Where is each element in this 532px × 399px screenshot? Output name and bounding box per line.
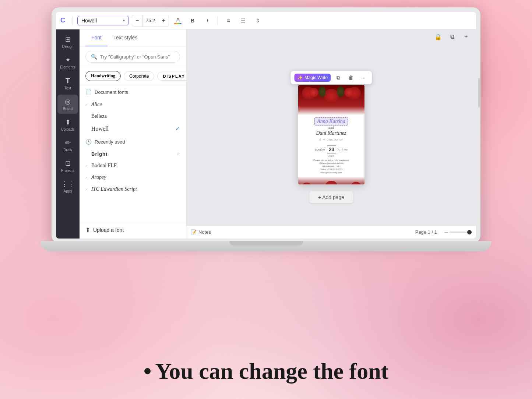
sidebar-item-apps[interactable]: ⋮⋮ Apps (57, 177, 78, 196)
sidebar-item-text[interactable]: T Text (57, 74, 78, 93)
elements-icon: ✦ (65, 56, 71, 64)
zoom-slider[interactable] (450, 232, 472, 233)
brand-logo: C (60, 17, 65, 24)
tab-font[interactable]: Font (85, 29, 108, 46)
context-copy-button[interactable]: ⧉ (334, 73, 343, 82)
sidebar-item-uploads[interactable]: ⬆ Uploads (57, 115, 78, 134)
duplicate-icon[interactable]: ⧉ (447, 31, 458, 42)
context-delete-button[interactable]: 🗑 (346, 73, 356, 82)
brand-icon: ◎ (65, 98, 71, 106)
zoom-thumb (467, 230, 472, 234)
filter-chip-corporate[interactable]: Corporate (124, 71, 154, 81)
font-filter-row: Handwriting Corporate DISPLAY › (80, 67, 186, 85)
canvas-toolbar-top: 🔒 ⧉ + (186, 29, 476, 44)
font-name-bright: Bright (91, 151, 175, 157)
font-selector[interactable]: Howell ▾ (77, 16, 129, 25)
font-size-minus-button[interactable]: − (132, 15, 142, 26)
tab-text-styles[interactable]: Text styles (108, 29, 143, 46)
font-item-arapey[interactable]: › Arapey (80, 172, 186, 183)
card-rose-bottom (298, 176, 364, 184)
notes-label: Notes (198, 229, 211, 235)
draw-icon: ✏ (65, 139, 71, 147)
left-sidebar: ⊞ Design ✦ Elements T Text ◎ Brand (56, 29, 80, 239)
color-a-label: A (176, 17, 180, 22)
sidebar-item-draw[interactable]: ✏ Draw (57, 136, 78, 155)
font-name-alice: Alice (91, 102, 180, 107)
apps-icon: ⋮⋮ (61, 180, 74, 188)
magic-write-button[interactable]: ✨ Magic Write (294, 74, 331, 82)
bottom-text: •You can change the font (0, 358, 532, 384)
sidebar-label-text: Text (64, 86, 71, 90)
magic-write-icon: ✨ (297, 75, 303, 80)
upload-font-button[interactable]: ⬆ Upload a font (80, 221, 186, 239)
font-item-alice[interactable]: › Alice (80, 99, 186, 110)
context-more-button[interactable]: ··· (359, 73, 368, 82)
search-input-wrap: 🔍 (85, 51, 180, 63)
font-tabs: Font Text styles (80, 29, 186, 46)
expand-icon-bodoni: › (85, 164, 87, 168)
sidebar-label-uploads: Uploads (61, 127, 75, 131)
font-item-bodoni[interactable]: › Bodoni FLF (80, 160, 186, 172)
search-input[interactable] (100, 54, 175, 60)
chevron-down-icon: ▾ (123, 18, 125, 22)
card-decoration-row: ↺ ✛ JANUARY (319, 138, 343, 141)
card-time: AT 7 PM (338, 148, 348, 151)
font-selector-value: Howell (81, 18, 97, 24)
divider (73, 16, 73, 25)
font-size-plus-button[interactable]: + (158, 15, 169, 26)
card-name2: Dani Martinez (316, 130, 346, 136)
rose-bot-center (325, 181, 338, 184)
sidebar-label-draw: Draw (63, 148, 72, 152)
color-indicator (174, 23, 182, 24)
list-button[interactable]: ☰ (237, 15, 249, 27)
lock-icon[interactable]: 🔒 (433, 31, 444, 42)
card-name1: Anna Katrina (317, 119, 345, 124)
font-item-howell[interactable]: Howell ✓ (80, 122, 186, 135)
bottom-bar: 📝 Notes Page 1 / 1 — (186, 225, 476, 239)
sidebar-label-projects: Projects (61, 169, 74, 173)
expand-icon-arapey: › (85, 176, 87, 180)
notes-button[interactable]: 📝 Notes (191, 229, 211, 235)
upload-icon: ⬆ (85, 226, 90, 233)
align-button[interactable]: ≡ (222, 15, 234, 27)
font-item-bright[interactable]: Bright ☆ (80, 148, 186, 160)
doc-icon: 📄 (85, 89, 92, 95)
font-item-belleza[interactable]: Belleza (80, 110, 186, 122)
card-text-area: Anna Katrina and Dani Martinez ↺ ✛ JANUA… (298, 115, 364, 176)
design-icon: ⊞ (65, 35, 71, 43)
expand-canvas-icon[interactable]: + (461, 31, 472, 42)
sidebar-item-projects[interactable]: ⊡ Projects (57, 156, 78, 176)
font-item-itc[interactable]: › ITC Edwardian Script (80, 183, 186, 195)
font-list: 📄 Document fonts › Alice Belleza Howell (80, 85, 186, 221)
card-connector: and (328, 126, 334, 130)
doc-fonts-header: 📄 Document fonts (80, 85, 186, 99)
sidebar-item-design[interactable]: ⊞ Design (57, 32, 78, 52)
filter-chip-display[interactable]: DISPLAY (157, 72, 191, 81)
text-color-button[interactable]: A (172, 15, 184, 27)
main-area: ⊞ Design ✦ Elements T Text ◎ Brand (56, 29, 476, 239)
wedding-card: Anna Katrina and Dani Martinez ↺ ✛ JANUA… (298, 85, 364, 184)
leaf1 (318, 86, 326, 97)
add-page-button[interactable]: + Add page (309, 191, 353, 203)
wedding-card-wrap: ✨ Magic Write ⧉ 🗑 ··· (298, 85, 364, 184)
sidebar-item-brand[interactable]: ◎ Brand (57, 95, 78, 114)
recently-header: 🕐 Recently used (80, 135, 186, 148)
canvas-content: ✨ Magic Write ⧉ 🗑 ··· (186, 44, 476, 225)
italic-button[interactable]: I (201, 15, 213, 27)
filter-chip-handwriting[interactable]: Handwriting (85, 71, 121, 81)
bold-button[interactable]: B (187, 15, 198, 27)
line-height-button[interactable]: ⇕ (252, 15, 264, 27)
sidebar-item-elements[interactable]: ✦ Elements (57, 53, 78, 72)
font-size-value: 75.2 (142, 15, 158, 26)
card-deco-left: ↺ (319, 138, 321, 141)
laptop-notch (229, 241, 303, 246)
font-name-arapey: Arapey (91, 174, 180, 180)
rose-bot-left (301, 183, 312, 184)
expand-icon-itc: › (85, 187, 87, 191)
upload-font-label: Upload a font (93, 227, 124, 233)
doc-fonts-label: Document fonts (95, 89, 128, 95)
sidebar-label-elements: Elements (60, 65, 75, 69)
zoom-control: — (444, 230, 472, 234)
card-context-menu: ✨ Magic Write ⧉ 🗑 ··· (290, 71, 372, 84)
font-name-bodoni: Bodoni FLF (91, 163, 180, 169)
